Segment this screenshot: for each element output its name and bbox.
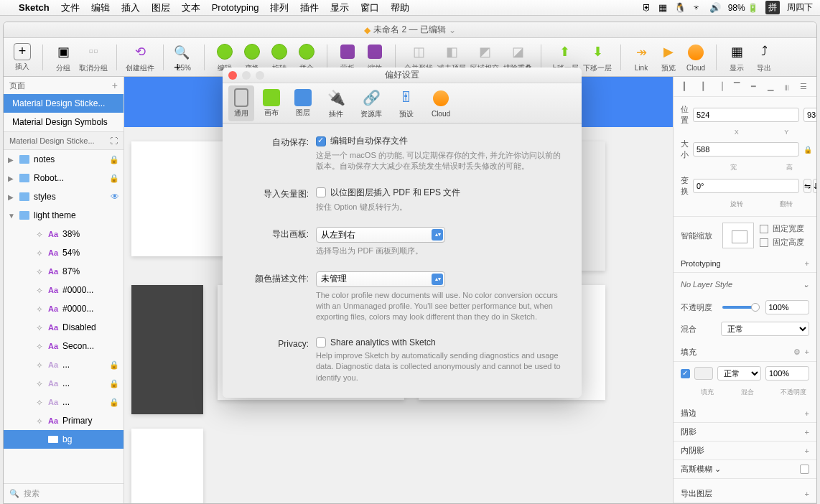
ime-indicator[interactable]: 拼	[765, 1, 780, 14]
export-button[interactable]: ⤴ 导出	[753, 42, 775, 73]
fixed-height-toggle[interactable]: 固定高度	[760, 237, 809, 248]
menu-text[interactable]: 文本	[182, 1, 200, 14]
menu-insert[interactable]: 插入	[121, 1, 140, 14]
menu-plugins[interactable]: 插件	[300, 1, 319, 14]
rotation-input[interactable]	[693, 179, 799, 193]
group-button[interactable]: ▣ 分组	[52, 42, 75, 73]
shield-icon[interactable]: ⛨	[642, 2, 651, 13]
tab-layers[interactable]: 图层	[289, 86, 317, 121]
backward-button[interactable]: ⬇ 下移一层	[583, 42, 612, 73]
fill-color-swatch[interactable]	[694, 367, 713, 380]
layer-text-item[interactable]: ⟡Aa 38%	[4, 225, 124, 243]
artboard[interactable]	[131, 429, 203, 503]
wifi-icon[interactable]: ᯤ	[693, 2, 702, 13]
minimize-button[interactable]	[242, 71, 251, 80]
layer-folder-light-theme[interactable]: ▼ light theme	[4, 206, 124, 225]
align-left-icon[interactable]: ▎	[681, 81, 692, 93]
menu-help[interactable]: 帮助	[391, 1, 409, 14]
layer-style-select[interactable]: No Layer Style⌄	[681, 277, 809, 291]
menu-window[interactable]: 窗口	[360, 1, 379, 14]
align-bottom-icon[interactable]: ▁	[765, 81, 776, 93]
vector-import-check-label[interactable]: 以位图图层插入 PDF 和 EPS 文件	[330, 187, 460, 199]
flip-h-button[interactable]: ⇋	[803, 179, 811, 193]
close-button[interactable]	[228, 71, 237, 80]
x-input[interactable]	[693, 108, 799, 122]
layer-text-item[interactable]: ⟡Aa #0000...	[4, 299, 124, 318]
add-fill-icon[interactable]: +	[805, 347, 809, 357]
tab-plugins[interactable]: 🔌 插件	[320, 85, 352, 122]
y-input[interactable]	[803, 108, 816, 122]
layer-folder-notes[interactable]: ▶ notes 🔒	[4, 150, 124, 169]
maximize-button[interactable]	[256, 71, 264, 80]
add-inner-shadow-icon[interactable]: +	[805, 447, 809, 455]
layer-text-item[interactable]: ⟡Aa Primary	[4, 411, 124, 430]
blur-checkbox[interactable]	[800, 465, 809, 474]
tab-cloud[interactable]: Cloud	[425, 85, 457, 121]
artboard[interactable]	[131, 285, 203, 414]
privacy-check-label[interactable]: Share analytics with Sketch	[330, 337, 436, 347]
menu-prototyping[interactable]: Prototyping	[212, 2, 259, 13]
layer-text-item[interactable]: ⟡Aa Secon...	[4, 337, 124, 355]
zoom-control[interactable]: − 🔍 + 25%	[172, 42, 195, 72]
distribute-v-icon[interactable]: ☰	[798, 81, 809, 93]
layer-folder-styles[interactable]: ▶ styles 👁	[4, 187, 124, 206]
preview-button[interactable]: ▶ 预览	[657, 42, 680, 73]
autosave-check-label[interactable]: 编辑时自动保存文件	[330, 135, 408, 147]
volume-icon[interactable]: 🔊	[709, 2, 721, 13]
battery-status[interactable]: 98% 🔋	[728, 3, 758, 13]
create-symbol-button[interactable]: ⟲ 创建组件	[126, 42, 154, 73]
add-page-icon[interactable]: +	[112, 80, 118, 91]
layer-search[interactable]: 🔍 搜索	[4, 483, 124, 503]
layer-text-item[interactable]: ⟡Aa Disabled	[4, 318, 124, 337]
penguin-icon[interactable]: 🐧	[674, 2, 686, 13]
autosave-checkbox[interactable]	[316, 136, 326, 146]
lock-aspect-icon[interactable]: 🔒	[803, 146, 812, 154]
fill-enabled-checkbox[interactable]	[681, 369, 690, 378]
menu-edit[interactable]: 编辑	[91, 1, 110, 14]
lock-icon[interactable]: 🔒	[109, 174, 119, 183]
width-input[interactable]	[693, 142, 799, 157]
menu-arrange[interactable]: 排列	[270, 1, 289, 14]
lock-icon[interactable]: 🔒	[109, 398, 119, 407]
view-button[interactable]: ▦ 显示	[725, 42, 748, 73]
dropdown-icon[interactable]: ⌄	[449, 25, 456, 35]
fixed-width-toggle[interactable]: 固定宽度	[760, 223, 809, 234]
layer-text-item[interactable]: ⟡Aa 54%	[4, 243, 124, 262]
lock-icon[interactable]: 🔒	[109, 155, 119, 164]
fill-opacity-input[interactable]	[765, 366, 809, 381]
eye-icon[interactable]: 👁	[111, 192, 119, 202]
menu-layer[interactable]: 图层	[152, 1, 170, 14]
add-border-icon[interactable]: +	[805, 409, 809, 418]
tab-libraries[interactable]: 🔗 资源库	[355, 85, 388, 122]
layer-text-item[interactable]: ⟡Aa ...🔒	[4, 374, 124, 393]
align-middle-icon[interactable]: ━	[747, 81, 759, 93]
grid-icon[interactable]: ▦	[658, 2, 667, 13]
tab-canvas[interactable]: 画布	[257, 86, 286, 121]
prefs-titlebar[interactable]: 偏好设置	[223, 67, 582, 83]
page-item[interactable]: Material Design Sticke...	[4, 94, 124, 113]
layer-bg-selected[interactable]: bg	[4, 430, 124, 449]
window-titlebar[interactable]: ◆ 未命名 2 — 已编辑 ⌄	[4, 22, 816, 38]
distribute-h-icon[interactable]: ⫼	[781, 81, 793, 93]
lock-icon[interactable]: 🔒	[109, 379, 119, 388]
layer-folder-robot[interactable]: ▶ Robot... 🔒	[4, 169, 124, 187]
layer-text-item[interactable]: ⟡Aa #0000...	[4, 281, 124, 299]
fill-blend-select[interactable]: 正常	[717, 366, 761, 381]
menu-view[interactable]: 显示	[330, 1, 349, 14]
lock-icon[interactable]: 🔒	[109, 360, 119, 370]
ungroup-button[interactable]: ▫▫ 取消分组	[79, 42, 108, 73]
menu-file[interactable]: 文件	[61, 1, 80, 14]
fill-settings-icon[interactable]: ⚙	[793, 347, 801, 357]
add-prototyping-icon[interactable]: +	[805, 259, 809, 268]
link-button[interactable]: ↠ Link	[630, 42, 653, 72]
blend-mode-select[interactable]: 正常	[721, 322, 809, 336]
privacy-checkbox[interactable]	[316, 337, 326, 347]
add-export-icon[interactable]: +	[805, 490, 809, 498]
opacity-slider[interactable]	[722, 306, 760, 309]
cloud-button[interactable]: Cloud	[684, 42, 707, 72]
resizing-constraints[interactable]	[722, 223, 754, 248]
align-top-icon[interactable]: ▔	[731, 81, 742, 93]
clock[interactable]: 周四下	[787, 1, 813, 14]
page-item[interactable]: Material Design Symbols	[4, 113, 124, 131]
layer-text-item[interactable]: ⟡Aa ...🔒	[4, 393, 124, 411]
